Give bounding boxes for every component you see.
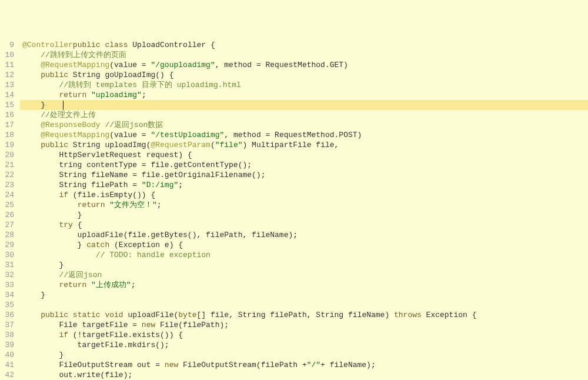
code-editor[interactable]: 9101112131415161718192021222324252627282… (0, 40, 588, 380)
token-annot: @Controller (22, 41, 73, 49)
token-punct (22, 271, 59, 279)
code-line[interactable]: //处理文件上传 (20, 110, 588, 120)
token-string: "/testUploadimg" (151, 131, 224, 139)
code-line[interactable]: String filePath = "D:/img"; (20, 180, 588, 190)
code-line[interactable]: } (20, 100, 588, 110)
token-keyword: public (73, 41, 101, 49)
code-line[interactable]: } (20, 290, 588, 300)
token-keyword: public (41, 71, 68, 79)
token-keyword: return (59, 281, 86, 289)
code-line[interactable]: return "uploadimg"; (20, 90, 588, 100)
line-number: 37 (0, 320, 14, 330)
token-keyword: new (165, 361, 178, 369)
code-line[interactable]: } (20, 350, 588, 360)
token-punct: ; (142, 91, 146, 99)
line-number: 17 (0, 120, 14, 130)
code-line[interactable]: @Controllerpublic class UploadController… (20, 40, 588, 50)
line-number: 16 (0, 110, 14, 120)
code-line[interactable]: return "文件为空！"; (20, 200, 588, 210)
code-line[interactable]: // TODO: handle exception (20, 250, 588, 260)
token-punct: String filePath = (22, 181, 142, 189)
token-punct: (value = (109, 131, 151, 139)
code-line[interactable]: public static void uploadFile(byte[] fil… (20, 310, 588, 320)
code-line[interactable]: } catch (Exception e) { (20, 240, 588, 250)
token-comment: //跳转到上传文件的页面 (41, 51, 126, 59)
token-punct: ( (211, 141, 215, 149)
code-line[interactable]: //返回json (20, 270, 588, 280)
code-line[interactable]: public String uploadImg(@RequestParam("f… (20, 140, 588, 150)
token-string: "file" (215, 141, 243, 149)
code-line[interactable]: //跳转到 templates 目录下的 uploadimg.html (20, 80, 588, 90)
token-string: "/gouploadimg" (151, 61, 215, 69)
token-string: "上传成功" (91, 281, 131, 289)
code-line[interactable]: String fileName = file.getOriginalFilena… (20, 170, 588, 180)
token-keyword: if (59, 331, 68, 339)
token-punct (22, 91, 59, 99)
token-punct (22, 191, 59, 199)
line-number: 36 (0, 310, 14, 320)
line-number: 29 (0, 240, 14, 250)
code-line[interactable]: if (file.isEmpty()) { (20, 190, 588, 200)
token-punct: } (22, 101, 64, 109)
text-cursor (63, 101, 64, 110)
code-area[interactable]: @Controllerpublic class UploadController… (20, 40, 588, 380)
token-punct: ; (131, 281, 136, 289)
token-keyword: static (73, 311, 101, 319)
code-line[interactable]: @RequestMapping(value = "/gouploadimg", … (20, 60, 588, 70)
token-punct: + fileName); (320, 361, 376, 369)
token-annot: @ResponseBody (41, 121, 100, 129)
code-line[interactable]: @ResponseBody //返回json数据 (20, 120, 588, 130)
token-punct (22, 61, 41, 69)
token-punct (22, 71, 41, 79)
token-punct: } (22, 291, 45, 299)
token-keyword: try (59, 221, 72, 229)
code-line[interactable]: } (20, 260, 588, 270)
token-punct: } (22, 261, 64, 269)
line-number-gutter: 9101112131415161718192021222324252627282… (0, 40, 20, 380)
token-string: "D:/img" (142, 181, 178, 189)
line-number: 15 (0, 100, 14, 110)
line-number: 24 (0, 190, 14, 200)
line-number: 21 (0, 160, 14, 170)
code-line[interactable]: } (20, 210, 588, 220)
token-punct: { (206, 41, 215, 49)
token-punct: } (22, 351, 64, 359)
token-punct: ; (157, 201, 162, 209)
token-punct (22, 281, 59, 289)
token-punct: ; (178, 181, 183, 189)
code-line[interactable]: out.write(file); (20, 370, 588, 380)
token-annot: @RequestMapping (41, 61, 109, 69)
code-line[interactable]: HttpServletRequest request) { (20, 150, 588, 160)
code-line[interactable] (20, 300, 588, 310)
code-line[interactable]: public String goUploadImg() { (20, 70, 588, 80)
line-number: 18 (0, 130, 14, 140)
token-comment: //返回json数据 (105, 121, 163, 129)
code-line[interactable]: uploadFile(file.getBytes(), filePath, fi… (20, 230, 588, 240)
line-number: 35 (0, 300, 14, 310)
code-line[interactable]: if (!targetFile.exists()) { (20, 330, 588, 340)
token-comment: // TODO: handle exception (96, 251, 211, 259)
code-line[interactable]: File targetFile = new File(filePath); (20, 320, 588, 330)
line-number: 12 (0, 70, 14, 80)
token-punct: } (22, 241, 86, 249)
line-number: 10 (0, 50, 14, 60)
token-punct: String goUploadImg() { (68, 71, 173, 79)
token-punct: ) MultipartFile file, (243, 141, 339, 149)
token-punct (22, 111, 41, 119)
token-punct: uploadFile(file.getBytes(), filePath, fi… (22, 231, 298, 239)
code-line[interactable]: @RequestMapping(value = "/testUploadimg"… (20, 130, 588, 140)
token-punct (22, 251, 96, 259)
code-line[interactable]: FileOutputStream out = new FileOutputStr… (20, 360, 588, 370)
token-punct (22, 141, 41, 149)
token-keyword: class (105, 41, 128, 49)
code-line[interactable]: //跳转到上传文件的页面 (20, 50, 588, 60)
token-comment: //跳转到 templates 目录下的 uploadimg.html (59, 81, 240, 89)
code-line[interactable]: tring contentType = file.getContentType(… (20, 160, 588, 170)
line-number: 28 (0, 230, 14, 240)
token-comment: //返回json (59, 271, 102, 279)
code-line[interactable]: try { (20, 220, 588, 230)
code-line[interactable]: targetFile.mkdirs(); (20, 340, 588, 350)
token-punct: Exception { (422, 311, 477, 319)
token-keyword: public (41, 141, 68, 149)
code-line[interactable]: return "上传成功"; (20, 280, 588, 290)
